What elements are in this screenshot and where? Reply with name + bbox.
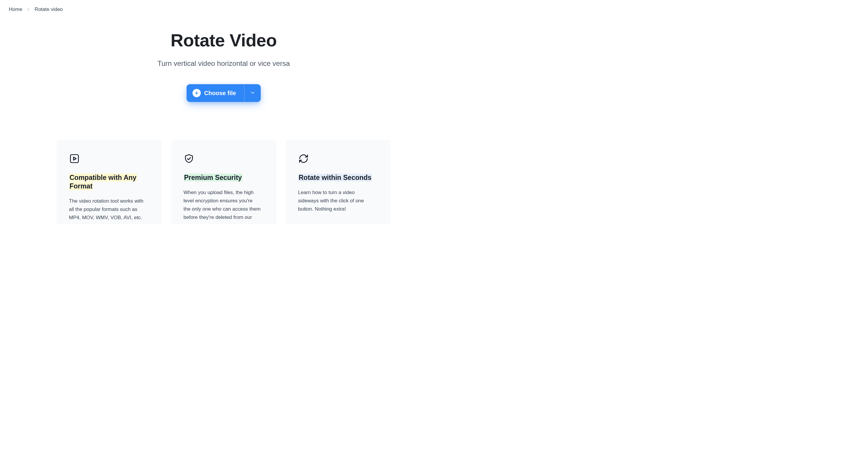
feature-desc: Learn how to turn a video sideways with …: [298, 188, 376, 213]
page-title: Rotate Video: [0, 30, 447, 51]
choose-file-group: Choose file: [187, 84, 261, 102]
feature-card-security: Premium Security When you upload files, …: [171, 140, 276, 224]
choose-file-label: Choose file: [204, 90, 236, 97]
feature-desc: The video rotation tool works with all t…: [69, 197, 147, 222]
feature-desc: When you upload files, the high level en…: [184, 188, 261, 224]
chevron-down-icon: [250, 90, 255, 96]
chevron-right-icon: [26, 7, 30, 11]
breadcrumb-home-link[interactable]: Home: [9, 6, 22, 12]
play-square-icon: [69, 153, 147, 165]
shield-check-icon: [184, 153, 261, 165]
feature-card-rotate: Rotate within Seconds Learn how to turn …: [286, 140, 391, 224]
feature-cards: Compatible with Any Format The video rot…: [0, 140, 447, 224]
page-subtitle: Turn vertical video horizontal or vice v…: [0, 59, 447, 68]
svg-marker-3: [73, 157, 76, 160]
hero: Rotate Video Turn vertical video horizon…: [0, 30, 447, 102]
plus-circle-icon: [192, 89, 201, 97]
breadcrumb-current: Rotate video: [35, 6, 63, 12]
refresh-icon: [298, 153, 376, 165]
feature-title: Compatible with Any Format: [69, 174, 137, 190]
feature-title: Premium Security: [184, 174, 243, 181]
breadcrumb: Home Rotate video: [0, 0, 447, 19]
svg-rect-2: [70, 155, 78, 163]
feature-title: Rotate within Seconds: [298, 174, 372, 181]
choose-file-button[interactable]: Choose file: [187, 84, 244, 102]
feature-card-compatible: Compatible with Any Format The video rot…: [57, 140, 162, 224]
choose-file-dropdown-button[interactable]: [244, 84, 261, 102]
